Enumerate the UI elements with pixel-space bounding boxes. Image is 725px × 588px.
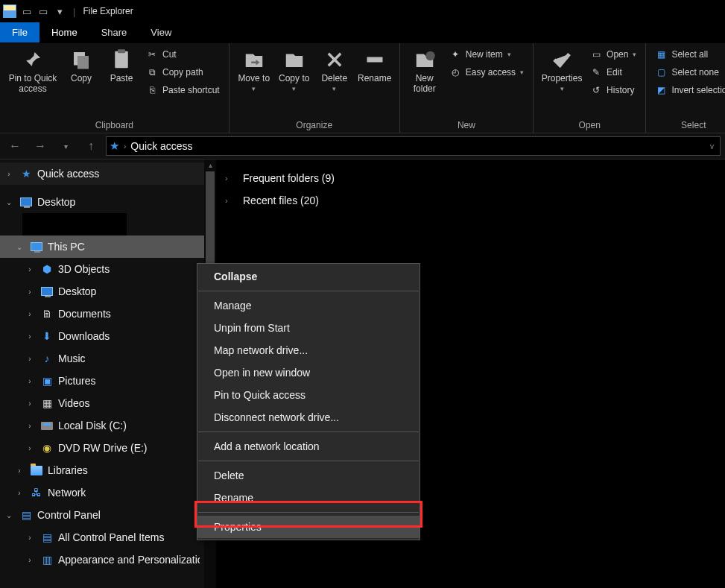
menubar: File Home Share View	[0, 22, 725, 43]
svg-rect-3	[118, 49, 125, 53]
documents-icon: 🗎	[40, 307, 54, 320]
music-icon: ♪	[40, 352, 54, 365]
chevron-right-icon[interactable]: ›	[225, 196, 235, 205]
chevron-right-icon[interactable]: ›	[24, 556, 36, 564]
rename-button[interactable]: Rename	[356, 46, 393, 83]
ctx-delete[interactable]: Delete	[197, 464, 420, 487]
ctx-open-new-window[interactable]: Open in new window	[197, 361, 420, 384]
chevron-right-icon[interactable]: ›	[24, 288, 36, 296]
chevron-right-icon[interactable]: ›	[24, 310, 36, 318]
chevron-right-icon[interactable]: ›	[13, 467, 25, 475]
svg-rect-1	[77, 56, 89, 69]
copy-path-button[interactable]: ⧉Copy path	[143, 64, 223, 80]
new-folder-button[interactable]: New folder	[406, 46, 443, 94]
tree-desktop-sub[interactable]: ›Desktop	[0, 280, 216, 303]
chevron-right-icon[interactable]: ›	[24, 422, 36, 430]
tree-control-panel[interactable]: ⌄▤Control Panel	[0, 504, 216, 526]
chevron-right-icon[interactable]: ›	[13, 489, 25, 497]
move-to-button[interactable]: Move to▾	[235, 46, 273, 92]
tree-music[interactable]: ›♪Music	[0, 347, 216, 370]
ctx-unpin[interactable]: Unpin from Start	[197, 317, 420, 339]
chevron-right-icon[interactable]: ›	[24, 534, 36, 542]
address-dropdown-icon[interactable]: v	[710, 142, 717, 151]
tree-downloads[interactable]: ›⬇Downloads	[0, 325, 216, 347]
chevron-down-icon[interactable]: ⌄	[13, 243, 25, 251]
breadcrumb[interactable]: Quick access	[130, 140, 192, 152]
paste-shortcut-button[interactable]: ⎘Paste shortcut	[143, 82, 223, 98]
select-all-button[interactable]: ▦Select all	[652, 46, 725, 63]
tree-desktop[interactable]: ⌄ Desktop	[0, 191, 216, 213]
group-frequent-folders[interactable]: › Frequent folders (9)	[225, 167, 716, 189]
chevron-right-icon[interactable]: ›	[225, 174, 235, 183]
ctx-disconnect[interactable]: Disconnect network drive...	[197, 406, 420, 429]
open-button[interactable]: ▭Open ▾	[587, 46, 639, 63]
cut-button[interactable]: ✂Cut	[143, 46, 223, 63]
ctx-map-drive[interactable]: Map network drive...	[197, 339, 420, 361]
easy-access-button[interactable]: ◴Easy access ▾	[446, 64, 527, 80]
star-icon: ★	[110, 139, 119, 153]
ctx-add-location[interactable]: Add a network location	[197, 435, 420, 458]
tree-network[interactable]: ›🖧Network	[0, 481, 216, 504]
qat-document-icon[interactable]: ▭	[21, 5, 33, 17]
tree-quick-access[interactable]: › ★ Quick access	[0, 162, 216, 185]
svg-rect-2	[115, 51, 128, 69]
ctx-collapse[interactable]: Collapse	[197, 265, 420, 288]
chevron-down-icon[interactable]: ⌄	[3, 198, 15, 206]
ctx-manage[interactable]: Manage	[197, 294, 420, 317]
tab-share[interactable]: Share	[89, 22, 139, 42]
up-button[interactable]: ↑	[80, 136, 101, 157]
chevron-right-icon[interactable]: ›	[24, 332, 36, 341]
qat-folder-icon[interactable]: ▭	[37, 5, 49, 17]
tab-view[interactable]: View	[139, 22, 183, 42]
ctx-pin-quick[interactable]: Pin to Quick access	[197, 384, 420, 406]
ctx-rename[interactable]: Rename	[197, 487, 420, 509]
invert-selection-button[interactable]: ◩Invert selection	[652, 82, 725, 98]
select-none-button[interactable]: ▢Select none	[652, 64, 725, 80]
qat-dropdown-icon[interactable]: ▾	[54, 5, 66, 17]
move-icon	[242, 48, 266, 72]
tree-libraries[interactable]: ›Libraries	[0, 459, 216, 481]
properties-button[interactable]: Properties▾	[539, 46, 584, 92]
chevron-right-icon[interactable]: ›	[3, 170, 15, 178]
tree-appearance[interactable]: ›▥Appearance and Personalization	[0, 549, 216, 571]
tree-videos[interactable]: ›▦Videos	[0, 392, 216, 414]
chevron-down-icon: ▾	[560, 85, 564, 92]
chevron-right-icon[interactable]: ›	[24, 377, 36, 385]
paste-button[interactable]: Paste	[103, 46, 140, 83]
ctx-properties[interactable]: Properties	[197, 516, 420, 538]
3d-objects-icon: ⬢	[40, 262, 54, 276]
forward-button[interactable]: →	[30, 136, 51, 157]
copy-to-button[interactable]: Copy to▾	[276, 46, 313, 92]
tree-this-pc[interactable]: ⌄ This PC	[0, 235, 216, 258]
edit-button[interactable]: ✎Edit	[587, 64, 639, 80]
chevron-down-icon[interactable]: ⌄	[3, 511, 15, 519]
downloads-icon: ⬇	[40, 329, 54, 343]
chevron-right-icon[interactable]: ›	[24, 355, 36, 363]
chevron-right-icon[interactable]: ›	[24, 265, 36, 274]
ribbon-group-select: ▦Select all ▢Select none ◩Invert selecti…	[646, 43, 725, 133]
recent-locations-button[interactable]: ▾	[55, 136, 76, 157]
dvd-icon: ◉	[40, 441, 54, 455]
copy-button[interactable]: Copy	[63, 46, 100, 83]
tab-file[interactable]: File	[0, 22, 39, 42]
group-recent-files[interactable]: › Recent files (20)	[225, 189, 716, 212]
pin-quick-access-button[interactable]: Pin to Quick access	[6, 46, 60, 94]
pin-icon	[21, 48, 45, 72]
tree-all-cp-items[interactable]: ›▤All Control Panel Items	[0, 526, 216, 549]
back-button[interactable]: ←	[4, 136, 25, 157]
chevron-right-icon[interactable]: ›	[24, 444, 36, 452]
history-button[interactable]: ↺History	[587, 82, 639, 98]
scroll-up-icon[interactable]: ▴	[204, 159, 216, 171]
delete-button[interactable]: Delete▾	[316, 46, 353, 92]
chevron-right-icon[interactable]: ›	[24, 399, 36, 408]
tree-pictures[interactable]: ›▣Pictures	[0, 370, 216, 392]
tab-home[interactable]: Home	[39, 22, 89, 42]
tree-dvd-drive[interactable]: ›◉DVD RW Drive (E:)	[0, 437, 216, 459]
new-item-button[interactable]: ✦New item ▾	[446, 46, 527, 63]
tree-3d-objects[interactable]: ›⬢3D Objects	[0, 258, 216, 280]
tree-local-disk[interactable]: ›Local Disk (C:)	[0, 414, 216, 437]
tree-documents[interactable]: ›🗎Documents	[0, 303, 216, 325]
address-bar[interactable]: ★ › Quick access v	[106, 136, 721, 156]
explorer-icon	[3, 4, 16, 18]
star-icon: ★	[19, 167, 33, 180]
